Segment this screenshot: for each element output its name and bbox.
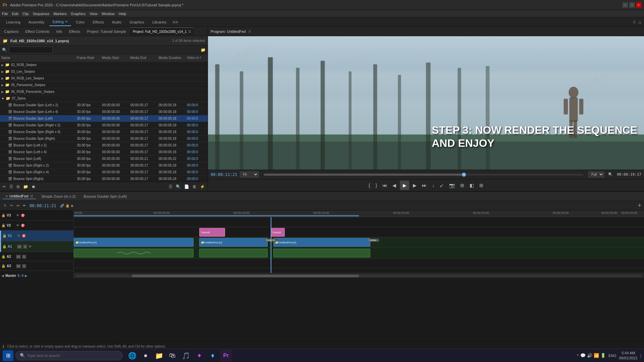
export-frame-button[interactable]: 📷 xyxy=(447,182,457,189)
list-item[interactable]: 🎬 Bounce Spin (Right x 4) 30.00 fps 00:0… xyxy=(0,169,208,176)
track-lock-v1[interactable]: 🔒 xyxy=(2,234,6,238)
track-mute-a3[interactable]: M xyxy=(16,264,21,268)
timeline-add-button[interactable]: + xyxy=(638,202,641,209)
track-prev-master[interactable]: ◀ xyxy=(1,274,4,278)
mark-out-button[interactable]: } xyxy=(374,182,379,189)
tab-project-sample[interactable]: Project: Tutorail Sample xyxy=(84,27,129,36)
clip-v1-3[interactable]: 📁 UntitledFed.[V] xyxy=(273,238,370,247)
fit-dropdown[interactable]: Fit 25% 50% 100% xyxy=(240,172,259,177)
record-icon[interactable]: ⏺ xyxy=(31,184,36,190)
track-lock-v3[interactable]: 🔒 xyxy=(1,214,5,217)
clip-v2-2[interactable]: Transiti xyxy=(271,228,285,237)
close-button[interactable]: ✕ xyxy=(636,2,641,8)
menu-item-help[interactable]: Help xyxy=(119,12,126,16)
taskbar-app-store[interactable]: 🛍 xyxy=(166,350,178,362)
search-input[interactable] xyxy=(9,47,53,53)
timeline-tool-selection[interactable]: ↖ xyxy=(3,203,8,208)
list-item[interactable]: 🎬 Bounce Spin (Left x 2) 30.00 fps 00:00… xyxy=(0,142,208,149)
scrubber-handle[interactable] xyxy=(462,173,466,177)
list-item[interactable]: 🎬 Bounce Spin (Right x 2) 30.00 fps 00:0… xyxy=(0,162,208,169)
list-item[interactable]: 🎬 Bounce Spin (Right) 30.00 fps 00:00:00… xyxy=(0,176,208,182)
timeline-tool-pen[interactable]: ✒ xyxy=(22,203,27,208)
linked-icon[interactable]: 🔒 xyxy=(65,204,69,207)
ws-tab-audio[interactable]: Audio xyxy=(109,18,125,26)
insert-button[interactable]: ↓ xyxy=(430,182,436,189)
new-item-btn[interactable]: 📄 xyxy=(183,184,190,190)
menu-item-edit[interactable]: Edit xyxy=(12,12,18,16)
folder-05-panoramic[interactable]: ▶ 📁 05_Panoramic_Swipes xyxy=(0,82,208,88)
menu-item-window[interactable]: Window xyxy=(102,12,115,16)
workspace-more-button[interactable]: >> xyxy=(172,19,178,25)
audio-clip-a1-2[interactable] xyxy=(199,249,268,257)
tab-project-main[interactable]: Project: Full_HD_1920x1080_v14_1 ☰ xyxy=(130,27,194,36)
ws-tab-assembly[interactable]: Assembly xyxy=(25,18,48,26)
track-target-v1[interactable]: 🎯 xyxy=(22,234,26,238)
list-item[interactable]: 🎬 Bounce Double Spin (Right) 30.00 fps 0… xyxy=(0,135,208,142)
ws-tab-learning[interactable]: Learning xyxy=(3,18,24,26)
track-eye-v3[interactable]: 👁 xyxy=(16,214,19,217)
preview-scrubber[interactable] xyxy=(264,174,583,176)
button-1[interactable]: ◧ xyxy=(468,182,476,189)
timeline-tab-simple-zoom[interactable]: Simple Zoom (In x 2) xyxy=(39,194,78,199)
track-target-v3[interactable]: 🎯 xyxy=(21,214,25,217)
track-lock-a3[interactable]: 🔒 xyxy=(1,264,5,268)
panel-menu-btn[interactable]: ☰ xyxy=(168,184,173,190)
step-forward-button[interactable]: ▶ xyxy=(411,182,418,189)
menu-item-sequence[interactable]: Sequence xyxy=(33,12,50,16)
panel-menu-icon[interactable]: ☰ xyxy=(188,30,191,34)
track-mute-a1[interactable]: M xyxy=(17,245,22,249)
list-item[interactable]: 🎬 Bounce Double Spin (Left) 30.00 fps 00… xyxy=(0,115,208,122)
list-item[interactable]: 🎬 Bounce Double Spin (Left x 4) 30.00 fp… xyxy=(0,109,208,115)
keyframe-icon[interactable]: ◆ xyxy=(71,204,73,207)
tray-network[interactable]: 📶 xyxy=(594,353,599,358)
menu-item-view[interactable]: View xyxy=(90,12,98,16)
track-lock-v2[interactable]: 🔒 xyxy=(1,224,5,227)
grid-view-icon[interactable]: ⊞ xyxy=(16,184,20,190)
taskbar-search-box[interactable]: 🔍 Type here to search xyxy=(15,351,123,360)
timeline-tab-bounce-spin[interactable]: Bounce Double Spin (Left) xyxy=(81,194,129,199)
track-mute-a2[interactable]: M xyxy=(16,255,21,259)
folder-03-len-swipes[interactable]: ▶ 📁 03_Len_Swipes xyxy=(0,68,208,75)
show-desktop-button[interactable]: | xyxy=(640,353,641,358)
ws-tab-graphics[interactable]: Graphics xyxy=(126,18,148,26)
list-item[interactable]: 🎬 Bounce Double Spin (Right x 2) 30.00 f… xyxy=(0,122,208,129)
clip-v1-1[interactable]: 📁 UntitledFed.[V] xyxy=(74,238,194,247)
ws-tab-color[interactable]: Color xyxy=(72,18,88,26)
taskbar-app-media[interactable]: 🎵 xyxy=(180,350,192,362)
snap-icon[interactable]: 🔗 xyxy=(60,204,64,207)
audio-clip-a1-3[interactable] xyxy=(273,249,370,257)
menu-item-graphics[interactable]: Graphics xyxy=(71,12,86,16)
taskbar-app-explorer[interactable]: 📁 xyxy=(153,350,165,362)
ruler-bar[interactable]: 00:00 00:00:05:00 00:00:10:00 00:00:15:0… xyxy=(74,210,644,217)
track-lock-a2[interactable]: 🔒 xyxy=(1,255,5,258)
clear-btn[interactable]: 🗑 xyxy=(192,184,197,190)
go-to-in-button[interactable]: ⏮ xyxy=(381,182,389,189)
list-item[interactable]: 🎬 Bounce Double Spin (Right x 4) 30.00 f… xyxy=(0,129,208,135)
minimize-button[interactable]: ─ xyxy=(623,2,628,8)
timeline-tool-razor[interactable]: ✂ xyxy=(9,203,14,208)
taskbar-app-edge[interactable]: 🌐 xyxy=(126,350,138,362)
overwrite-button[interactable]: ↙ xyxy=(438,182,445,189)
button-2[interactable]: ⊞ xyxy=(478,182,485,189)
folder-06-rgb-panoramic[interactable]: ▶ 📁 06_RGB_Panoramic_Swipes xyxy=(0,88,208,95)
scroll-track[interactable] xyxy=(75,275,643,277)
track-solo-a1[interactable]: S xyxy=(23,245,27,249)
taskbar-app-1[interactable]: ✦ xyxy=(193,350,205,362)
timeline-tab-close[interactable]: ✕ xyxy=(5,194,8,198)
step-back-button[interactable]: ◀ xyxy=(391,182,398,189)
taskbar-app-2[interactable]: ♦ xyxy=(207,350,219,362)
timeline-tab-menu[interactable]: ☰ xyxy=(30,194,33,198)
timeline-tool-ripple[interactable]: ⇔ xyxy=(15,203,20,208)
track-next-master[interactable]: ▶ xyxy=(25,274,28,278)
multicam-button[interactable]: ⊞ xyxy=(459,182,466,189)
menu-item-clip[interactable]: Clip xyxy=(22,12,29,16)
tab-captions[interactable]: Captions xyxy=(1,27,21,36)
new-bin-btn[interactable]: 📁 xyxy=(22,184,29,190)
tab-info[interactable]: Info xyxy=(53,27,65,36)
menu-item-file[interactable]: File xyxy=(2,12,8,16)
audio-clip-a1-1[interactable] xyxy=(74,249,194,257)
track-lock-a1[interactable]: 🔒 xyxy=(2,245,6,248)
timeline-scrollbar[interactable] xyxy=(74,273,644,278)
track-eye-a1[interactable]: 👁 xyxy=(29,245,32,248)
mark-in-button[interactable]: { xyxy=(367,182,372,189)
